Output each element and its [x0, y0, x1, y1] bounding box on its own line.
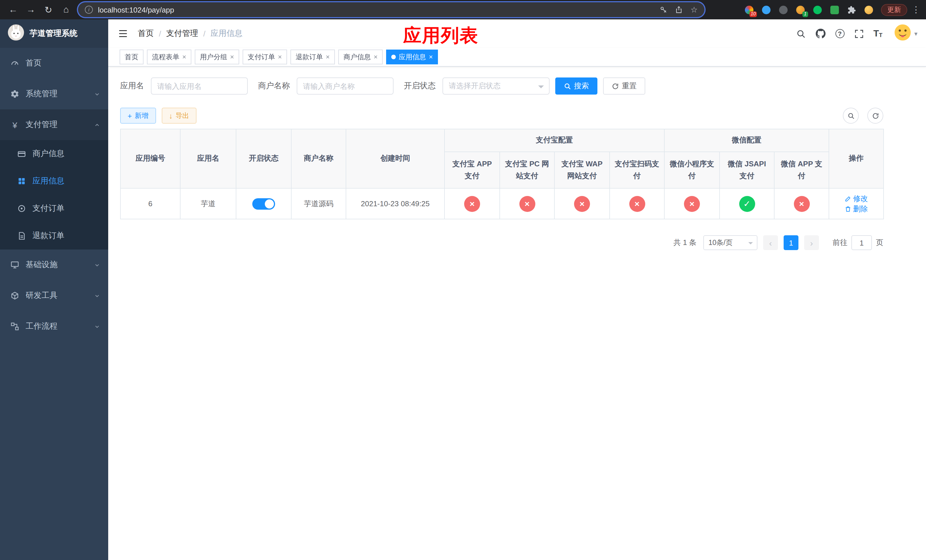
tab-close-icon[interactable]: × — [182, 53, 186, 61]
tab-close-icon[interactable]: × — [374, 53, 378, 61]
menu-label: 应用信息 — [32, 176, 64, 186]
breadcrumb: 首页 / 支付管理 / 应用信息 — [138, 29, 243, 39]
chevron-down-icon — [748, 242, 753, 244]
page-unit-label: 页 — [876, 238, 883, 248]
edit-button[interactable]: 修改 — [844, 194, 868, 204]
page-size-select[interactable]: 10条/页 — [703, 235, 757, 250]
browser-menu-icon[interactable]: ⋮ — [912, 5, 920, 15]
tab-process-form[interactable]: 流程表单 × — [147, 50, 191, 64]
table-toolbar: + 新增 ↓ 导出 — [120, 107, 883, 124]
extensions-puzzle-icon[interactable] — [847, 5, 856, 15]
delete-label: 删除 — [853, 204, 868, 214]
tab-close-icon[interactable]: × — [278, 53, 282, 61]
breadcrumb-home[interactable]: 首页 — [138, 29, 154, 39]
sidebar-item-workflow[interactable]: 工作流程 — [0, 311, 108, 342]
sidebar-item-home[interactable]: 首页 — [0, 48, 108, 79]
bookmark-star-icon[interactable]: ☆ — [690, 6, 698, 14]
tabs-bar: 首页 流程表单 × 用户分组 × 支付订单 × 退款订单 × — [108, 48, 926, 67]
status-cross-icon: × — [464, 196, 480, 212]
page-1-button[interactable]: 1 — [784, 235, 799, 250]
address-bar[interactable]: i localhost:1024/pay/app ☆ — [78, 2, 705, 17]
extension-icon-green[interactable] — [813, 5, 822, 15]
user-menu[interactable]: ▾ — [894, 24, 917, 43]
extension-icon-book[interactable] — [830, 5, 840, 15]
status-label: 开启状态 — [404, 81, 436, 91]
browser-profile-avatar[interactable] — [864, 5, 874, 15]
tab-app-info[interactable]: 应用信息 × — [386, 50, 438, 64]
help-icon[interactable]: ? — [835, 29, 844, 38]
menu-label: 商户信息 — [32, 149, 64, 159]
sidebar-item-refund-order[interactable]: 退款订单 — [0, 222, 108, 250]
cell-alipay-qr: × — [610, 188, 664, 219]
browser-update-button[interactable]: 更新 — [881, 4, 907, 16]
column-header-wechat-app: 微信 APP 支付 — [774, 152, 829, 188]
site-info-icon[interactable]: i — [85, 6, 93, 14]
menu-label: 工作流程 — [26, 321, 57, 331]
menu-label: 研发工具 — [26, 291, 57, 301]
browser-home-button[interactable]: ⌂ — [59, 2, 73, 17]
tab-refund-order[interactable]: 退款订单 × — [291, 50, 335, 64]
export-button[interactable]: ↓ 导出 — [162, 107, 197, 124]
tab-merchant-info[interactable]: 商户信息 × — [338, 50, 383, 64]
browser-forward-button[interactable]: → — [23, 2, 38, 17]
share-icon[interactable] — [675, 6, 683, 14]
column-header-app-name: 应用名 — [180, 129, 236, 188]
breadcrumb-payment: 支付管理 — [166, 29, 198, 39]
export-button-label: 导出 — [176, 111, 189, 121]
chevron-down-icon — [538, 85, 544, 88]
tab-pay-order[interactable]: 支付订单 × — [243, 50, 287, 64]
tab-label: 流程表单 — [152, 52, 179, 62]
next-page-button[interactable]: › — [804, 235, 819, 250]
column-header-alipay-wap: 支付宝 WAP 网站支付 — [554, 152, 610, 188]
browser-reload-button[interactable]: ↻ — [41, 2, 56, 17]
status-select[interactable]: 请选择开启状态 — [442, 77, 549, 95]
goto-page-input[interactable] — [851, 235, 872, 250]
extension-icon-colorful[interactable]: 10 — [744, 5, 754, 15]
active-tab-dot — [391, 55, 396, 59]
extension-icon-blue[interactable] — [761, 5, 771, 15]
tab-close-icon[interactable]: × — [230, 53, 234, 61]
search-button[interactable]: 搜索 — [555, 77, 598, 95]
reset-button[interactable]: 重置 — [603, 77, 645, 95]
prev-page-button[interactable]: ‹ — [763, 235, 778, 250]
column-header-app-id: 应用编号 — [121, 129, 180, 188]
cell-actions: 修改 删除 — [829, 188, 884, 219]
pencil-icon — [844, 195, 851, 202]
sidebar-logo[interactable]: 芋道管理系统 — [0, 20, 108, 48]
tab-user-group[interactable]: 用户分组 × — [195, 50, 239, 64]
add-button[interactable]: + 新增 — [120, 107, 156, 124]
sidebar-item-app-info[interactable]: 应用信息 — [0, 168, 108, 195]
tab-home[interactable]: 首页 — [120, 50, 144, 64]
search-icon[interactable] — [796, 29, 805, 38]
toggle-search-button[interactable] — [843, 107, 859, 124]
app-name-input[interactable] — [151, 77, 248, 95]
fullscreen-icon[interactable] — [854, 29, 864, 38]
password-key-icon[interactable] — [660, 6, 668, 14]
chevron-up-icon — [94, 122, 100, 128]
status-cross-icon: × — [519, 196, 535, 212]
extension-icon-dark[interactable] — [779, 5, 788, 15]
sidebar-item-pay-order[interactable]: 支付订单 — [0, 195, 108, 222]
sidebar-item-dev-tools[interactable]: 研发工具 — [0, 280, 108, 311]
refresh-button[interactable] — [867, 107, 883, 124]
sidebar-item-payment[interactable]: ¥ 支付管理 — [0, 109, 108, 140]
tab-close-icon[interactable]: × — [429, 53, 433, 61]
url-text: localhost:1024/pay/app — [98, 5, 174, 14]
browser-back-button[interactable]: ← — [6, 2, 21, 17]
merchant-name-input[interactable] — [297, 77, 393, 95]
sidebar-item-system[interactable]: 系统管理 — [0, 79, 108, 109]
tab-close-icon[interactable]: × — [326, 53, 330, 61]
delete-button[interactable]: 删除 — [844, 204, 868, 214]
github-icon[interactable] — [815, 29, 826, 39]
yen-icon: ¥ — [10, 120, 20, 129]
extension-icon-avatar[interactable]: 1 — [796, 5, 805, 15]
sidebar-fold-button[interactable] — [117, 27, 129, 40]
row-status-toggle[interactable] — [252, 198, 275, 209]
sidebar-item-merchant-info[interactable]: 商户信息 — [0, 140, 108, 168]
merchant-name-label: 商户名称 — [258, 81, 290, 91]
download-icon: ↓ — [169, 112, 172, 120]
sidebar-item-infrastructure[interactable]: 基础设施 — [0, 250, 108, 280]
menu-label: 基础设施 — [26, 260, 57, 270]
cell-wechat-lite: × — [664, 188, 720, 219]
font-size-icon[interactable] — [873, 29, 882, 39]
